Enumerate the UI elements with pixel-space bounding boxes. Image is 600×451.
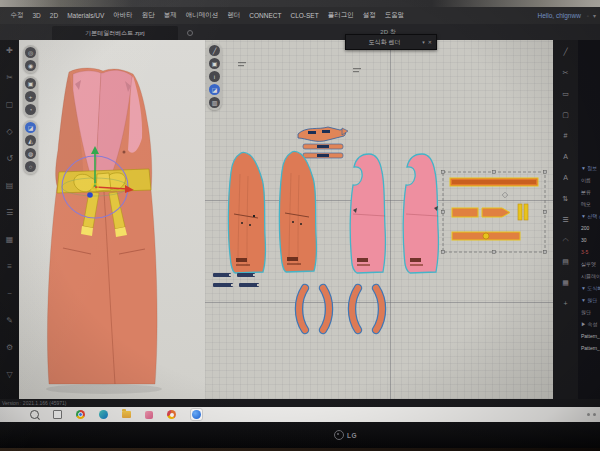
edit-pattern-icon[interactable]: ╱ — [563, 48, 567, 56]
tab-options-icon[interactable] — [187, 30, 193, 36]
file-explorer-icon[interactable] — [122, 411, 131, 418]
viewport-3d[interactable]: ◎ ◉ ▣ + ◔ ◪ ◭ ◍ ○ — [19, 40, 205, 399]
mirror-icon[interactable]: ⇅ — [563, 195, 569, 203]
mannequin-icon[interactable]: ◍ — [25, 148, 36, 159]
left-tool-strip: ✚ ✂ ▢ ◇ ↺ ▤ ☰ ▦ ≡ ~ ✎ ⚙ ▽ — [0, 40, 19, 399]
cut-icon[interactable]: ✂ — [563, 69, 569, 77]
internal-grid-icon[interactable]: # — [564, 132, 568, 140]
panel-close-icon[interactable]: ✕ — [425, 39, 432, 45]
mesh-view-icon[interactable]: ◭ — [25, 135, 36, 146]
snapshot-icon[interactable]: ◉ — [25, 60, 36, 71]
monitor-bezel: LG — [0, 422, 600, 448]
chrome-icon[interactable] — [76, 410, 85, 419]
pen-tool-icon[interactable]: ╱ — [209, 45, 220, 56]
grid-icon[interactable]: ▦ — [6, 235, 14, 245]
chevron-down-icon[interactable]: ▽ — [6, 370, 12, 380]
props-value[interactable]: 200 — [581, 222, 600, 234]
flatten-icon[interactable]: A — [563, 174, 568, 182]
browser-icon[interactable] — [167, 410, 176, 419]
props-pattern-name[interactable]: Pattern_ — [581, 330, 600, 342]
edge-icon[interactable] — [99, 410, 108, 419]
curve-tool-icon[interactable]: ◠ — [562, 237, 568, 245]
props-section-info[interactable]: ▼ 정보 — [581, 162, 600, 174]
curve-icon[interactable]: ~ — [7, 289, 12, 299]
gizmo-move-icon[interactable]: ✚ — [6, 46, 13, 56]
pattern-front-left[interactable] — [228, 153, 265, 273]
text-tool-icon[interactable]: A — [563, 153, 568, 161]
active-app-tile[interactable] — [190, 408, 203, 421]
menu-animation[interactable]: 애니메이션 — [181, 11, 223, 20]
menu-clo-set[interactable]: CLO-SET — [286, 12, 323, 19]
user-greeting[interactable]: Hello, chlgnww — [537, 12, 586, 19]
menu-render[interactable]: 렌더 — [223, 11, 245, 20]
collapse-icon[interactable]: ▾ — [593, 12, 600, 19]
show-garment-icon[interactable]: ▣ — [25, 78, 36, 89]
info-icon[interactable]: i — [209, 71, 220, 82]
active-app-icon — [192, 410, 201, 419]
garment-3d-render[interactable] — [19, 40, 205, 399]
pattern-box-icon[interactable]: ▢ — [6, 100, 14, 110]
point-edit-icon[interactable]: ◇ — [6, 127, 12, 137]
schematic-render-panel[interactable]: 도식화 렌더 ▾ ✕ — [345, 34, 437, 50]
pattern-belt-bow[interactable] — [298, 127, 348, 141]
pattern-front-right[interactable] — [279, 152, 316, 272]
project-file-tab[interactable]: 기본테일러베스트.zprj — [52, 26, 178, 40]
task-view-icon[interactable] — [53, 410, 62, 419]
menu-plugin[interactable]: 플러그인 — [323, 11, 358, 20]
gear-icon[interactable]: ⚙ — [6, 343, 13, 353]
menu-3d[interactable]: 3D — [28, 12, 45, 19]
menu-help[interactable]: 도움말 — [380, 11, 409, 20]
viewport-2d[interactable]: ╱ ▣ i ◪ ▥ — [205, 40, 553, 399]
menu-sewing[interactable]: 봉제 — [159, 11, 181, 20]
texture-tool-icon[interactable]: ▦ — [562, 279, 569, 287]
pattern-belt-strip-1[interactable] — [303, 144, 343, 149]
pen-icon[interactable]: ✎ — [6, 316, 13, 326]
menu-avatar[interactable]: 아바타 — [109, 11, 138, 20]
show-garment-2d-icon[interactable]: ▣ — [209, 58, 220, 69]
show-avatar-icon[interactable]: ◔ — [25, 104, 36, 115]
search-icon[interactable] — [30, 410, 39, 419]
taskbar-tray[interactable] — [587, 413, 600, 416]
props-row: 시뮬레이션 — [581, 270, 600, 282]
props-pattern-name[interactable]: Pattern_ — [581, 342, 600, 354]
3d-toolbar-group-1: ◎ ◉ — [23, 45, 38, 73]
props-row: 분류 — [581, 186, 600, 198]
board-icon[interactable]: ▤ — [6, 181, 14, 191]
menu-edit[interactable]: 수정 — [6, 11, 28, 20]
texture-surface-icon[interactable]: ◪ — [25, 122, 36, 133]
selected-belt-pieces[interactable] — [450, 178, 538, 240]
props-section-drawing[interactable]: ▼ 도식화 — [581, 282, 600, 294]
rectangle-tool-icon[interactable]: ▢ — [562, 111, 569, 119]
menu-fabric[interactable]: 원단 — [137, 11, 159, 20]
fabric-tool-icon[interactable]: ▤ — [562, 258, 569, 266]
texture-view-icon[interactable]: ◪ — [209, 84, 220, 95]
show-seams-icon[interactable]: + — [25, 91, 36, 102]
props-value[interactable]: 30 — [581, 234, 600, 246]
pattern-display-icon[interactable]: ▥ — [209, 97, 220, 108]
pattern-pieces-canvas[interactable] — [205, 40, 553, 399]
align-icon[interactable]: ≡ — [7, 262, 12, 272]
display-options-icon[interactable]: ○ — [25, 161, 36, 172]
camera-view-icon[interactable]: ◎ — [25, 47, 36, 58]
clo-app-icon[interactable] — [145, 411, 153, 419]
pattern-back-right[interactable] — [403, 154, 438, 273]
3d-toolbar-group-3: ◪ ◭ ◍ ○ — [23, 120, 38, 174]
scissors-icon[interactable]: ✂ — [6, 73, 13, 83]
reset-icon[interactable]: ↺ — [6, 154, 13, 164]
props-section-selection[interactable]: ▼ 선택 선분 — [581, 210, 600, 222]
add-tool-icon[interactable]: + — [563, 300, 567, 308]
menu-connect[interactable]: CONNECT — [245, 12, 286, 19]
pattern-back-left[interactable] — [350, 154, 385, 273]
seam-tool-icon[interactable]: ☰ — [562, 216, 568, 224]
menu-2d[interactable]: 2D — [45, 12, 62, 19]
menu-settings[interactable]: 설정 — [358, 11, 380, 20]
trace-icon[interactable]: ▭ — [562, 90, 569, 98]
main-area: ✚ ✂ ▢ ◇ ↺ ▤ ☰ ▦ ≡ ~ ✎ ⚙ ▽ — [0, 40, 600, 399]
list-icon[interactable]: ☰ — [6, 208, 13, 218]
pattern-welt-pieces[interactable] — [213, 273, 260, 287]
props-section-fabric[interactable]: ▼ 원단 — [581, 294, 600, 306]
menu-materials-uv[interactable]: Materials/UV — [63, 12, 109, 19]
props-value-warning[interactable]: 3-5 — [581, 246, 600, 258]
pattern-armhole-facings[interactable] — [299, 288, 382, 330]
pattern-belt-strip-2[interactable] — [303, 153, 343, 158]
